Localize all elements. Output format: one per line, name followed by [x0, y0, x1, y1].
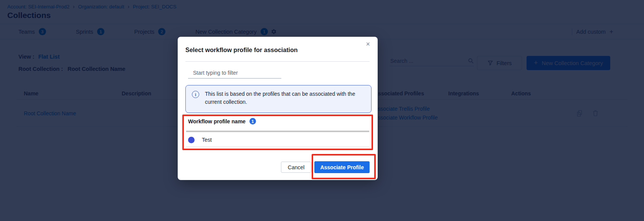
close-icon[interactable]: ×	[366, 41, 370, 47]
profile-option-test[interactable]: Test	[188, 134, 212, 146]
modal-title: Select workflow profile for association	[185, 47, 298, 54]
radio-selected-icon[interactable]	[188, 137, 195, 143]
divider	[186, 131, 369, 132]
info-banner-text: This list is based on the profiles that …	[205, 90, 365, 108]
profile-list-header: Workflow profile name 1	[188, 118, 256, 124]
count-badge: 1	[249, 118, 256, 124]
cancel-button[interactable]: Cancel	[281, 162, 312, 173]
info-banner: i This list is based on the profiles tha…	[185, 85, 372, 113]
divider	[185, 61, 370, 62]
associate-profile-button[interactable]: Associate Profile	[314, 161, 370, 173]
modal-footer: Cancel Associate Profile	[281, 161, 370, 173]
profile-list-header-label: Workflow profile name	[188, 118, 246, 124]
info-icon: i	[192, 91, 199, 98]
profile-option-label: Test	[202, 137, 212, 143]
divider	[186, 147, 369, 147]
profile-filter-input[interactable]	[188, 68, 281, 79]
select-workflow-profile-modal: Select workflow profile for association …	[178, 37, 378, 180]
